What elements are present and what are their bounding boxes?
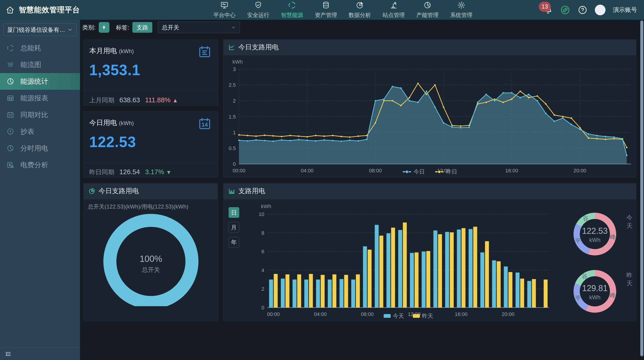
sidebar-item-label: 能源统计: [20, 77, 48, 86]
svg-text:0: 0: [233, 161, 236, 167]
assets-icon: [322, 1, 330, 9]
nav-item-label: 资产管理: [315, 11, 337, 19]
month-card-title: 本月用电 (kWh): [89, 46, 134, 56]
donut-card-title: 今日支路用电: [98, 186, 139, 196]
sidebar-menu: 总能耗能流图能源统计能源报表同期对比抄表分时用电电费分析: [0, 40, 80, 173]
sidebar-item-energy-flow[interactable]: 能流图: [0, 56, 80, 73]
bar-card-header: 支路用电: [224, 183, 636, 199]
nav-item-asset-mgmt[interactable]: 资产管理: [309, 1, 343, 19]
avatar[interactable]: [595, 5, 606, 15]
legend-line-marker: [435, 170, 444, 174]
filter-bar: 类别: 标签: 支路 总开关: [82, 20, 240, 35]
up-triangle-icon: ▲: [172, 97, 178, 104]
branch-usage-bar-card: 支路用电 日月年 0246810kWh00:0004:0008:0012:001…: [223, 183, 636, 321]
sidebar-item-energy-report[interactable]: 能源报表: [0, 90, 80, 107]
nav-item-safe-operation[interactable]: 安全运行: [241, 1, 275, 19]
legend-square-marker: [384, 314, 390, 318]
sidebar-item-tou-power[interactable]: 分时用电: [0, 140, 80, 157]
sidebar-item-meter-reading[interactable]: 抄表: [0, 123, 80, 140]
line-chart-icon: [228, 44, 235, 51]
sidebar-item-cost-analysis[interactable]: 电费分析: [0, 157, 80, 173]
switch-select-value: 总开关: [162, 24, 179, 31]
calendar-compare-icon: [6, 111, 14, 119]
capacity-icon: [423, 1, 432, 9]
donut-card-header: 今日支路用电: [84, 183, 218, 199]
line-chart: 00:0004:0008:0012:0016:0020:0000.511.522…: [224, 55, 636, 178]
switch-select[interactable]: 总开关: [158, 22, 240, 33]
category-label: 类别:: [82, 24, 96, 31]
notifications-button[interactable]: 13: [544, 5, 553, 15]
bolt-icon: [101, 24, 107, 30]
svg-text:2.5: 2.5: [228, 82, 236, 88]
sidebar: 厦门锐谷通信设备有限公司 总能耗能流图能源统计能源报表同期对比抄表分时用电电费分…: [0, 20, 80, 360]
topbar-actions: 13 演示账号: [544, 5, 644, 15]
time-pie-icon: [6, 144, 14, 152]
line-card-title: 今日支路用电: [238, 43, 279, 52]
sidebar-item-energy-stats[interactable]: 能源统计: [0, 73, 80, 90]
robot-icon: [390, 1, 398, 9]
nav-item-platform-center[interactable]: 平台中心: [208, 1, 241, 19]
sidebar-item-label: 能源报表: [20, 94, 48, 103]
month-pct: 111.88% ▲: [145, 96, 178, 104]
nav-item-system-mgmt[interactable]: 系统管理: [444, 1, 478, 19]
legend-item-今日[interactable]: 今日: [402, 168, 425, 175]
link-button[interactable]: [560, 5, 570, 15]
today-donut-label: 今天: [626, 214, 636, 230]
today-branch-donut-card: 今日支路用电 总开关(122.53)(kWh)/用电(122.53)(kWh) …: [84, 183, 218, 321]
sidebar-item-label: 能流图: [20, 60, 41, 70]
app-root: 智慧能效管理平台 平台中心安全运行智慧能源资产管理数据分析站点管理产能管理系统管…: [0, 0, 644, 360]
today-donut-center: 122.53 kWh: [569, 226, 620, 243]
flow-icon: [6, 61, 14, 69]
account-name[interactable]: 演示账号: [613, 6, 637, 14]
svg-text:谷: 谷: [583, 215, 588, 221]
period-button-日[interactable]: 日: [228, 207, 239, 218]
company-select[interactable]: 厦门锐谷通信设备有限公司: [3, 24, 77, 36]
branch-tag-button[interactable]: 支路: [132, 22, 152, 33]
legend-label: 昨天: [422, 312, 433, 320]
nav-item-smart-energy[interactable]: 智慧能源: [275, 1, 309, 19]
chevron-down-icon: [231, 25, 236, 30]
main-donut-chart: [84, 199, 218, 306]
legend-square-marker: [413, 314, 420, 318]
nav-item-label: 安全运行: [247, 11, 270, 19]
chain-link-icon: [560, 5, 570, 15]
sidebar-item-total-energy[interactable]: 总能耗: [0, 40, 80, 56]
legend-label: 昨日: [446, 168, 457, 175]
sidebar-item-label: 电费分析: [20, 160, 48, 170]
sidebar-item-period-compare[interactable]: 同期对比: [0, 107, 80, 123]
shield-icon: [254, 1, 262, 9]
help-button[interactable]: [578, 5, 588, 15]
recycle-icon: [6, 44, 14, 52]
nav-item-label: 产能管理: [416, 11, 438, 19]
day-usage-card: 今日用电 (kWh) 14 122.53 昨日同期 126.54 3.17% ▼: [84, 111, 218, 177]
pie-chart-icon: [88, 188, 95, 195]
nav-item-site-mgmt[interactable]: 站点管理: [377, 1, 410, 19]
gear-icon: [457, 1, 466, 9]
legend-label: 今日: [414, 168, 425, 175]
nav-item-capacity-mgmt[interactable]: 产能管理: [410, 1, 444, 19]
collapse-icon: [5, 350, 12, 357]
nav-item-label: 平台中心: [213, 11, 236, 19]
period-button-年[interactable]: 年: [228, 237, 239, 247]
svg-text:0.5: 0.5: [228, 145, 236, 151]
svg-text:2: 2: [262, 286, 264, 292]
electricity-category-button[interactable]: [99, 22, 110, 33]
month-usage-card: 本月用电 (kWh) 1,353.1 上月同期 638.63 111.88% ▲: [84, 40, 218, 106]
legend-item-昨天[interactable]: 昨天: [413, 312, 433, 320]
main-content: 类别: 标签: 支路 总开关 本月用电 (kWh) 1,353.1: [80, 20, 644, 360]
period-button-月[interactable]: 月: [228, 222, 239, 233]
svg-text:6: 6: [262, 249, 264, 254]
vertical-scrollbar[interactable]: [640, 21, 643, 356]
line-card-body: 00:0004:0008:0012:0016:0020:0000.511.522…: [224, 55, 636, 177]
donut-card-body: 总开关(122.53)(kWh)/用电(122.53)(kWh) 100% 总开…: [84, 199, 218, 321]
bar-card-body: 日月年 0246810kWh00:0004:0008:0012:0016:002…: [224, 199, 636, 321]
bar-chart-icon: [228, 188, 235, 195]
svg-text:1.5: 1.5: [228, 114, 236, 120]
sidebar-collapse-button[interactable]: [0, 347, 80, 360]
legend-item-今天[interactable]: 今天: [384, 312, 404, 320]
company-name: 厦门锐谷通信设备有限公司: [7, 26, 67, 34]
nav-item-label: 数据分析: [349, 11, 371, 19]
legend-item-昨日[interactable]: 昨日: [435, 168, 457, 175]
svg-text:1: 1: [233, 130, 236, 135]
nav-item-data-analysis[interactable]: 数据分析: [343, 1, 377, 19]
